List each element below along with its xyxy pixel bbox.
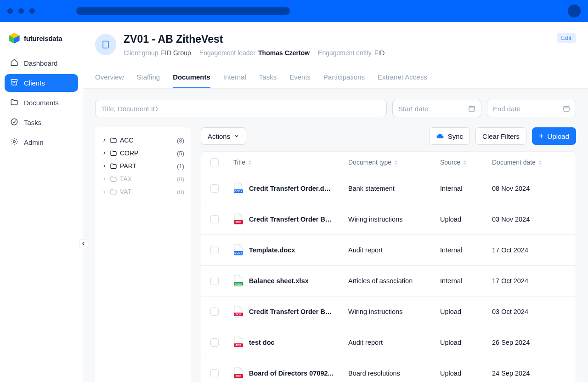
svg-rect-8 bbox=[103, 41, 108, 48]
check-icon bbox=[10, 118, 18, 127]
meta-label: Engagement entity bbox=[318, 49, 372, 57]
sync-button[interactable]: Sync bbox=[429, 127, 470, 145]
traffic-light[interactable] bbox=[29, 8, 35, 14]
table-row[interactable]: PDFBoard of Directors 07092...Board reso… bbox=[201, 358, 576, 382]
row-checkbox[interactable] bbox=[210, 277, 219, 285]
table-row[interactable]: DOCXCredit Transfert Order.docxBank stat… bbox=[201, 173, 576, 204]
row-checkbox[interactable] bbox=[210, 308, 219, 316]
chevron-right-icon bbox=[102, 138, 107, 143]
client-icon bbox=[95, 34, 116, 55]
table-row[interactable]: PDFCredit Transfert Order BG...Wiring in… bbox=[201, 204, 576, 235]
table-row[interactable]: XLSXBalance sheet.xlsxArticles of associ… bbox=[201, 266, 576, 296]
folder-label: PART bbox=[120, 162, 174, 170]
collapse-sidebar-button[interactable] bbox=[79, 239, 88, 248]
folder-tax[interactable]: TAX(0) bbox=[100, 172, 186, 185]
svg-text:PDF: PDF bbox=[236, 313, 241, 316]
docx-file-icon: DOCX bbox=[233, 182, 243, 194]
tab-events[interactable]: Events bbox=[289, 66, 311, 88]
upload-button[interactable]: + Upload bbox=[532, 127, 576, 145]
sort-icon bbox=[538, 160, 542, 165]
pdf-file-icon: PDF bbox=[233, 306, 243, 318]
svg-text:PDF: PDF bbox=[236, 375, 241, 377]
end-date-input[interactable]: End date bbox=[487, 100, 576, 117]
sidebar-item-tasks[interactable]: Tasks bbox=[5, 114, 78, 131]
row-checkbox[interactable] bbox=[210, 369, 219, 377]
sort-icon bbox=[394, 160, 398, 165]
xlsx-file-icon: XLSX bbox=[233, 275, 243, 287]
file-title: Credit Transfert Order.docx bbox=[249, 185, 334, 192]
folder-label: ACC bbox=[120, 137, 174, 144]
sidebar-item-clients[interactable]: Clients bbox=[5, 74, 78, 92]
tab-overview[interactable]: Overview bbox=[95, 66, 124, 88]
tab-documents[interactable]: Documents bbox=[173, 66, 210, 88]
doc-date: 26 Sep 2024 bbox=[492, 339, 566, 346]
home-icon bbox=[10, 58, 18, 68]
svg-rect-18 bbox=[469, 106, 475, 111]
documents-table: Title Document type Source Document date… bbox=[201, 151, 576, 382]
browser-titlebar bbox=[0, 0, 588, 22]
table-row[interactable]: PDFCredit Transfert Order BG...Wiring in… bbox=[201, 296, 576, 327]
folder-icon bbox=[110, 162, 117, 170]
edit-button[interactable]: Edit bbox=[557, 33, 576, 43]
plus-icon: + bbox=[539, 132, 544, 140]
sidebar-item-documents[interactable]: Documents bbox=[5, 94, 78, 112]
row-checkbox[interactable] bbox=[210, 338, 219, 347]
traffic-light[interactable] bbox=[7, 8, 13, 14]
brand-name: futureisdata bbox=[24, 34, 62, 42]
chevron-down-icon bbox=[234, 133, 239, 139]
meta-value: Thomas Czertow bbox=[258, 49, 310, 57]
column-title[interactable]: Title bbox=[233, 159, 348, 166]
svg-text:XLSX: XLSX bbox=[235, 282, 242, 285]
folder-acc[interactable]: ACC(8) bbox=[100, 134, 186, 147]
column-doc-type[interactable]: Document type bbox=[348, 159, 440, 166]
table-row[interactable]: PDFtest docAudit reportUpload26 Sep 2024 bbox=[201, 327, 576, 358]
sidebar-item-dashboard[interactable]: Dashboard bbox=[5, 54, 78, 72]
calendar-icon bbox=[468, 105, 475, 112]
doc-type: Board resolutions bbox=[348, 370, 440, 377]
file-title: Template.docx bbox=[249, 246, 295, 254]
folder-vat[interactable]: VAT(0) bbox=[100, 185, 186, 198]
doc-source: Upload bbox=[440, 370, 492, 377]
doc-source: Upload bbox=[440, 308, 492, 315]
sidebar-item-admin[interactable]: Admin bbox=[5, 133, 78, 151]
doc-source: Upload bbox=[440, 339, 492, 346]
meta-value: FID Group bbox=[161, 49, 191, 57]
select-all-checkbox[interactable] bbox=[210, 158, 219, 166]
tab-internal[interactable]: Internal bbox=[223, 66, 246, 88]
folder-part[interactable]: PART(1) bbox=[100, 160, 186, 172]
tab-staffing[interactable]: Staffing bbox=[137, 66, 160, 88]
tab-participations[interactable]: Participations bbox=[323, 66, 365, 88]
profile-avatar[interactable] bbox=[568, 5, 581, 17]
folder-count: (0) bbox=[177, 188, 184, 195]
address-bar-placeholder bbox=[76, 7, 290, 15]
tab-extranet-access[interactable]: Extranet Access bbox=[378, 66, 427, 88]
folder-icon bbox=[110, 149, 117, 157]
brand-logo[interactable]: futureisdata bbox=[5, 29, 78, 54]
folder-icon bbox=[110, 175, 117, 182]
actions-label: Actions bbox=[208, 132, 230, 140]
doc-date: 03 Oct 2024 bbox=[492, 308, 566, 315]
row-checkbox[interactable] bbox=[210, 215, 219, 223]
page-header: ZV01 - AB ZitheVest Client groupFID Grou… bbox=[83, 22, 588, 66]
row-checkbox[interactable] bbox=[210, 246, 219, 254]
actions-dropdown[interactable]: Actions bbox=[201, 127, 246, 145]
svg-rect-22 bbox=[564, 106, 569, 111]
traffic-light[interactable] bbox=[18, 8, 24, 14]
chevron-right-icon bbox=[102, 151, 107, 155]
row-checkbox[interactable] bbox=[210, 184, 219, 193]
tab-tasks[interactable]: Tasks bbox=[259, 66, 277, 88]
search-input[interactable] bbox=[95, 100, 387, 117]
nav-label: Documents bbox=[24, 99, 59, 107]
end-date-placeholder: End date bbox=[493, 105, 520, 113]
start-date-input[interactable]: Start date bbox=[392, 100, 481, 117]
folder-icon bbox=[110, 137, 117, 144]
column-date[interactable]: Document date bbox=[492, 159, 566, 166]
clear-filters-button[interactable]: Clear Filters bbox=[475, 127, 526, 145]
file-title: Credit Transfert Order BG... bbox=[249, 308, 334, 315]
nav-label: Dashboard bbox=[24, 59, 57, 67]
folder-corp[interactable]: CORP(5) bbox=[100, 147, 186, 160]
column-source[interactable]: Source bbox=[440, 159, 492, 166]
table-row[interactable]: DOCXTemplate.docxAudit reportInternal17 … bbox=[201, 235, 576, 266]
doc-date: 24 Sep 2024 bbox=[492, 370, 566, 377]
doc-source: Internal bbox=[440, 185, 492, 192]
